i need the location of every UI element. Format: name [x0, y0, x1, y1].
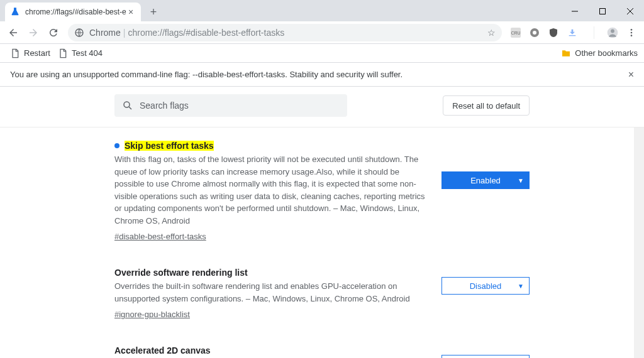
- search-placeholder: Search flags: [140, 100, 189, 111]
- page-icon: [10, 48, 20, 58]
- search-input[interactable]: Search flags: [114, 94, 347, 117]
- extension-icon-2[interactable]: [526, 24, 543, 41]
- chevron-down-icon: ▼: [518, 177, 524, 184]
- flag-anchor-link[interactable]: #ignore-gpu-blacklist: [114, 310, 190, 319]
- warning-text: You are using an unsupported command-lin…: [10, 70, 402, 79]
- window-titlebar: chrome://flags/#disable-best-eff × +: [0, 0, 644, 21]
- browser-toolbar: Chrome | chrome://flags/#disable-best-ef…: [0, 21, 644, 44]
- close-icon[interactable]: ×: [126, 7, 136, 17]
- warning-infobar: You are using an unsupported command-lin…: [0, 63, 644, 87]
- flag-state-select[interactable]: Enabled▼: [441, 171, 530, 189]
- omnibox-url: chrome://flags/#disable-best-effort-task…: [128, 28, 284, 38]
- flag-title: Override software rendering list: [114, 268, 248, 278]
- reload-button[interactable]: [44, 23, 63, 42]
- extension-icon-3[interactable]: [545, 24, 562, 41]
- svg-point-16: [124, 102, 130, 107]
- svg-line-17: [129, 107, 131, 109]
- chevron-down-icon: ▼: [518, 283, 524, 290]
- bookmark-star-icon[interactable]: ☆: [487, 28, 496, 38]
- flag-description: With this flag on, tasks of the lowest p…: [114, 153, 426, 227]
- svg-point-12: [611, 29, 614, 33]
- close-infobar-button[interactable]: ×: [628, 69, 634, 80]
- reset-all-button[interactable]: Reset all to default: [443, 95, 530, 116]
- bookmark-test404[interactable]: Test 404: [54, 46, 106, 61]
- search-icon: [122, 100, 133, 111]
- other-bookmarks-button[interactable]: Other bookmarks: [575, 48, 638, 58]
- svg-text:CRU: CRU: [511, 31, 520, 35]
- flag-title: Accelerated 2D canvas: [114, 345, 211, 355]
- page-icon: [58, 48, 68, 58]
- flag-description: Overrides the built-in software renderin…: [114, 280, 426, 305]
- flag-anchor-link[interactable]: #disable-best-effort-tasks: [114, 232, 206, 241]
- flags-header: Search flags Reset all to default: [0, 87, 644, 127]
- window-controls: [561, 3, 644, 21]
- bookmark-label: Restart: [24, 48, 50, 58]
- bookmark-label: Test 404: [72, 48, 103, 58]
- flag-state-select[interactable]: Disabled▼: [441, 277, 530, 295]
- flag-row: Skip best effort tasksWith this flag on,…: [114, 127, 530, 254]
- back-button[interactable]: [4, 23, 23, 42]
- flag-row: Override software rendering listOverride…: [114, 254, 530, 332]
- maximize-button[interactable]: [589, 3, 616, 20]
- menu-button[interactable]: [623, 24, 640, 41]
- bookmark-restart[interactable]: Restart: [6, 46, 54, 61]
- svg-point-15: [631, 35, 633, 36]
- forward-button[interactable]: [24, 23, 43, 42]
- minimize-button[interactable]: [561, 3, 589, 20]
- browser-tab[interactable]: chrome://flags/#disable-best-eff ×: [5, 3, 141, 21]
- divider: [585, 24, 602, 41]
- new-tab-button[interactable]: +: [145, 3, 162, 21]
- flask-icon: [10, 7, 20, 17]
- svg-rect-1: [600, 9, 606, 14]
- address-bar[interactable]: Chrome | chrome://flags/#disable-best-ef…: [68, 24, 502, 41]
- omnibox-prefix: Chrome: [89, 28, 121, 38]
- flag-title: Skip best effort tasks: [125, 141, 214, 151]
- flag-row: Accelerated 2D canvasEnables the use of …: [114, 332, 530, 358]
- profile-avatar-button[interactable]: [604, 24, 621, 41]
- bookmarks-bar: Restart Test 404 Other bookmarks: [0, 44, 644, 63]
- svg-rect-9: [569, 35, 576, 36]
- page-content: Search flags Reset all to default Skip b…: [0, 87, 644, 358]
- downloads-icon[interactable]: [564, 24, 581, 41]
- tab-title: chrome://flags/#disable-best-eff: [25, 8, 126, 16]
- extension-icon-1[interactable]: CRU: [507, 24, 525, 41]
- changed-indicator-icon: [114, 143, 119, 148]
- flag-state-select[interactable]: Enabled▼: [441, 355, 530, 358]
- globe-icon: [74, 28, 84, 38]
- svg-point-13: [631, 29, 633, 31]
- close-window-button[interactable]: [616, 3, 644, 20]
- folder-icon: [561, 48, 571, 58]
- svg-point-14: [631, 31, 633, 33]
- svg-point-8: [533, 31, 536, 35]
